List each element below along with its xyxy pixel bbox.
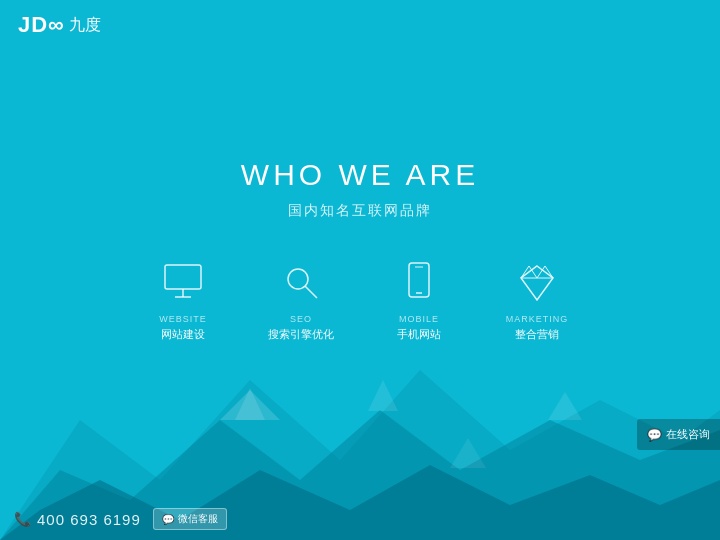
wechat-label: 微信客服 xyxy=(178,512,218,526)
consult-icon: 💬 xyxy=(647,428,662,442)
svg-marker-4 xyxy=(368,380,398,411)
wechat-badge[interactable]: 💬 微信客服 xyxy=(153,508,227,530)
logo-area[interactable]: JD∞ JDoo 九度 九度 xyxy=(18,12,702,38)
mobile-icon xyxy=(397,260,441,304)
phone-number: 400 693 6199 xyxy=(37,511,141,528)
phone-icon: 📞 xyxy=(14,511,31,527)
search-icon xyxy=(279,260,323,304)
consult-button[interactable]: 💬 在线咨询 xyxy=(637,419,720,450)
service-seo: SEO 搜索引擎优化 xyxy=(266,260,336,342)
svg-rect-7 xyxy=(165,265,201,289)
seo-label-cn: 搜索引擎优化 xyxy=(268,327,334,342)
website-label-cn: 网站建设 xyxy=(161,327,205,342)
svg-marker-6 xyxy=(548,392,582,420)
service-mobile: MOBILE 手机网站 xyxy=(384,260,454,342)
mobile-label-en: MOBILE xyxy=(399,314,439,324)
service-website: WEBSITE 网站建设 xyxy=(148,260,218,342)
marketing-label-en: MARKETING xyxy=(506,314,569,324)
seo-label-en: SEO xyxy=(290,314,312,324)
diamond-icon xyxy=(515,260,559,304)
subtitle: 国内知名互联网品牌 xyxy=(148,202,572,220)
page-title: WHO WE ARE xyxy=(148,158,572,192)
monitor-icon xyxy=(161,260,205,304)
main-content: WHO WE ARE 国内知名互联网品牌 WEBSITE 网站建设 SEO 搜索… xyxy=(148,158,572,342)
service-marketing: MARKETING 整合营销 xyxy=(502,260,572,342)
website-label-en: WEBSITE xyxy=(159,314,207,324)
phone-area: 📞 400 693 6199 xyxy=(14,511,141,528)
bottom-bar: 📞 400 693 6199 💬 微信客服 xyxy=(14,508,227,530)
wechat-icon: 💬 xyxy=(162,514,174,525)
svg-rect-12 xyxy=(409,263,429,297)
mountain-background xyxy=(0,320,720,540)
header: JD∞ JDoo 九度 九度 xyxy=(0,0,720,50)
marketing-label-cn: 整合营销 xyxy=(515,327,559,342)
logo-icon: JD∞ xyxy=(18,12,65,38)
mobile-label-cn: 手机网站 xyxy=(397,327,441,342)
consult-label: 在线咨询 xyxy=(666,427,710,442)
services-row: WEBSITE 网站建设 SEO 搜索引擎优化 MOBILE 手机网站 xyxy=(148,260,572,342)
logo-cn-text: 九度 xyxy=(69,15,101,36)
svg-line-11 xyxy=(305,286,317,298)
